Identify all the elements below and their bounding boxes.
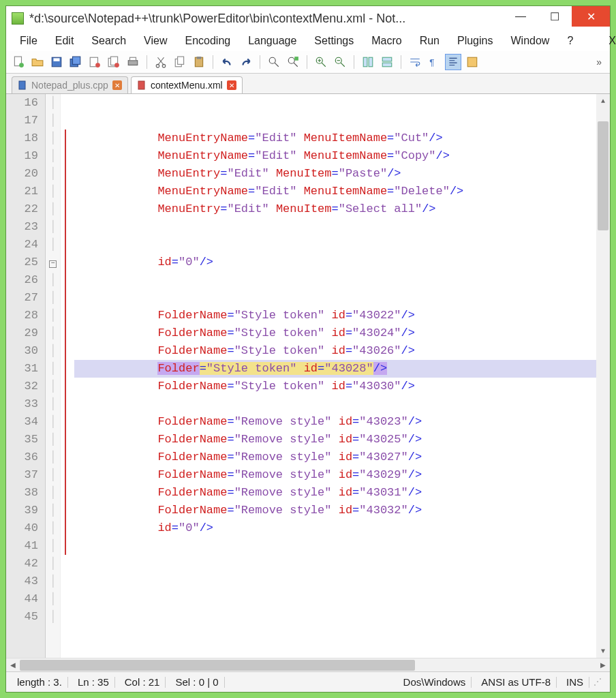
status-mode: INS bbox=[561, 677, 589, 688]
scroll-thumb[interactable] bbox=[598, 121, 609, 230]
code-area[interactable]: MenuEntryName="Edit" MenuItemName="Cut"/… bbox=[61, 94, 596, 658]
code-line[interactable]: FolderName="Style token" id="43030"/> bbox=[74, 378, 596, 395]
line-number: 33 bbox=[6, 395, 38, 413]
hscroll-thumb[interactable] bbox=[20, 660, 415, 671]
maximize-button[interactable]: ☐ bbox=[538, 6, 572, 27]
menu-language[interactable]: Language bbox=[241, 33, 303, 48]
code-line[interactable]: FolderName="Style token" id="43026"/> bbox=[74, 342, 596, 360]
code-line[interactable]: id="0"/> bbox=[74, 254, 596, 271]
menu-file[interactable]: File bbox=[13, 33, 44, 48]
menu-window[interactable]: Window bbox=[504, 33, 556, 48]
line-number: 18 bbox=[6, 130, 38, 147]
line-number: 38 bbox=[6, 484, 38, 502]
code-line[interactable] bbox=[74, 289, 596, 307]
svg-rect-12 bbox=[130, 57, 136, 61]
tab-inactive[interactable]: Notepad_plus.cpp ✕ bbox=[12, 76, 128, 93]
find-icon[interactable] bbox=[266, 54, 282, 70]
cut-icon[interactable] bbox=[153, 54, 169, 70]
menu-help[interactable]: ? bbox=[560, 33, 580, 48]
save-all-icon[interactable] bbox=[67, 54, 84, 70]
undo-icon[interactable] bbox=[219, 54, 235, 70]
line-number: 45 bbox=[6, 608, 38, 626]
zoom-out-icon[interactable] bbox=[332, 54, 348, 70]
editor[interactable]: 1617181920212223242526272829303132333435… bbox=[6, 94, 610, 658]
svg-rect-31 bbox=[138, 81, 144, 89]
vertical-scrollbar[interactable]: ▲ ▼ bbox=[596, 94, 610, 658]
zoom-in-icon[interactable] bbox=[313, 54, 329, 70]
sync-vscroll-icon[interactable] bbox=[360, 54, 376, 70]
show-all-chars-icon[interactable]: ¶ bbox=[426, 54, 442, 70]
line-number: 32 bbox=[6, 378, 38, 395]
svg-point-7 bbox=[95, 63, 100, 67]
code-line[interactable]: FolderName="Remove style" id="43029"/> bbox=[74, 466, 596, 484]
scroll-up-icon[interactable]: ▲ bbox=[596, 94, 610, 108]
new-file-icon[interactable] bbox=[10, 54, 27, 70]
tab-active[interactable]: contextMenu.xml ✕ bbox=[131, 76, 243, 93]
menu-edit[interactable]: Edit bbox=[48, 33, 81, 48]
line-number: 36 bbox=[6, 449, 38, 466]
code-line[interactable]: MenuEntryName="Edit" MenuItemName="Delet… bbox=[74, 183, 596, 200]
word-wrap-icon[interactable] bbox=[407, 54, 423, 70]
status-length: length : 3. bbox=[12, 677, 68, 688]
indent-guide-icon[interactable] bbox=[445, 54, 461, 70]
menu-view[interactable]: View bbox=[137, 33, 174, 48]
code-line[interactable]: MenuEntry="Edit" MenuItem="Paste"/> bbox=[74, 165, 596, 183]
scroll-right-icon[interactable]: ▶ bbox=[596, 658, 610, 671]
line-number: 19 bbox=[6, 147, 38, 165]
scroll-left-icon[interactable]: ◀ bbox=[6, 658, 20, 671]
menu-search[interactable]: Search bbox=[84, 33, 133, 48]
tab-close-icon[interactable]: ✕ bbox=[227, 80, 236, 90]
code-line[interactable]: FolderName="Remove style" id="43023"/> bbox=[74, 413, 596, 431]
menu-x[interactable]: X bbox=[602, 33, 616, 48]
resize-grip-icon[interactable]: ⋰ bbox=[594, 677, 604, 688]
line-number: 40 bbox=[6, 519, 38, 537]
titlebar: *d:\source\Notepad++\trunk\PowerEditor\b… bbox=[6, 6, 610, 31]
app-icon bbox=[12, 12, 24, 25]
print-icon[interactable] bbox=[125, 54, 141, 70]
replace-icon[interactable] bbox=[285, 54, 301, 70]
file-icon bbox=[18, 80, 27, 90]
line-number: 30 bbox=[6, 342, 38, 360]
save-icon[interactable] bbox=[48, 54, 65, 70]
horizontal-scrollbar[interactable]: ◀ ▶ bbox=[6, 658, 610, 671]
code-line[interactable]: MenuEntryName="Edit" MenuItemName="Copy"… bbox=[74, 147, 596, 165]
menu-macro[interactable]: Macro bbox=[365, 33, 408, 48]
minimize-button[interactable]: — bbox=[504, 6, 538, 27]
code-line[interactable]: FolderName="Remove style" id="43027"/> bbox=[74, 449, 596, 466]
close-all-icon[interactable] bbox=[106, 54, 122, 70]
sync-hscroll-icon[interactable] bbox=[379, 54, 395, 70]
code-line[interactable] bbox=[74, 218, 596, 236]
code-line[interactable]: FolderName="Style token" id="43022"/> bbox=[74, 307, 596, 324]
menu-settings[interactable]: Settings bbox=[307, 33, 360, 48]
code-line[interactable]: FolderName="Remove style" id="43032"/> bbox=[74, 502, 596, 519]
code-line[interactable] bbox=[74, 537, 596, 555]
code-line[interactable]: MenuEntryName="Edit" MenuItemName="Cut"/… bbox=[74, 130, 596, 147]
menu-plugins[interactable]: Plugins bbox=[450, 33, 499, 48]
close-file-icon[interactable] bbox=[87, 54, 103, 70]
code-line[interactable] bbox=[74, 236, 596, 254]
redo-icon[interactable] bbox=[238, 54, 254, 70]
code-line[interactable]: FolderName="Remove style" id="43025"/> bbox=[74, 431, 596, 449]
line-number: 23 bbox=[6, 218, 38, 236]
code-line[interactable]: MenuEntry="Edit" MenuItem="Select all"/> bbox=[74, 200, 596, 218]
menu-run[interactable]: Run bbox=[413, 33, 446, 48]
open-file-icon[interactable] bbox=[29, 54, 46, 70]
code-line[interactable]: Folder="Style token" id="43028"/> bbox=[74, 360, 596, 378]
scroll-down-icon[interactable]: ▼ bbox=[596, 644, 610, 658]
window-buttons: — ☐ ✕ bbox=[504, 6, 610, 31]
user-lang-icon[interactable] bbox=[464, 54, 480, 70]
code-line[interactable]: id="0"/> bbox=[74, 519, 596, 537]
tab-close-icon[interactable]: ✕ bbox=[112, 80, 122, 90]
code-line[interactable] bbox=[74, 271, 596, 289]
code-line[interactable]: FolderName="Style token" id="43024"/> bbox=[74, 324, 596, 342]
svg-rect-29 bbox=[467, 57, 477, 67]
menu-encoding[interactable]: Encoding bbox=[178, 33, 237, 48]
line-number: 41 bbox=[6, 537, 38, 555]
close-button[interactable]: ✕ bbox=[572, 6, 610, 27]
paste-icon[interactable] bbox=[191, 54, 207, 70]
copy-icon[interactable] bbox=[172, 54, 188, 70]
code-line[interactable]: FolderName="Remove style" id="43031"/> bbox=[74, 484, 596, 502]
code-line[interactable] bbox=[74, 395, 596, 413]
fold-collapse-icon[interactable]: − bbox=[49, 260, 57, 268]
toolbar-overflow-icon[interactable]: » bbox=[592, 57, 606, 67]
